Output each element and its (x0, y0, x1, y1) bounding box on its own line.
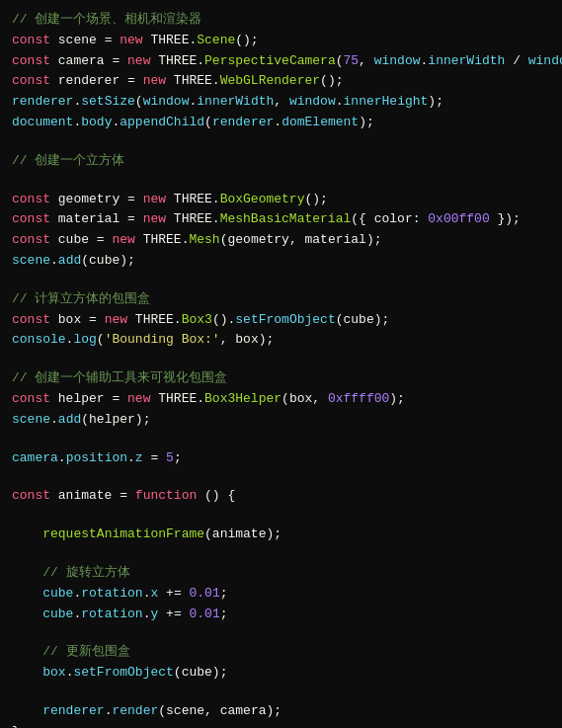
code-line (0, 545, 562, 563)
plain-token: ; (220, 605, 228, 625)
code-line: box . setFromObject (cube); (0, 663, 562, 684)
class-token: Box3 (182, 310, 212, 331)
var-token: document (12, 113, 73, 133)
plain-token: . (50, 410, 58, 431)
hex-token: 0x00ff00 (428, 209, 489, 230)
code-line (0, 351, 562, 368)
class-token: Mesh (189, 230, 219, 251)
class-token: PerspectiveCamera (204, 51, 336, 72)
var-token: renderer (42, 701, 104, 722)
plain-token: ); (359, 113, 374, 133)
code-line (0, 468, 562, 486)
code-line: const cube = new THREE. Mesh (geometry, … (0, 230, 562, 251)
var-token: window (374, 51, 421, 72)
code-line: // 创建一个辅助工具来可视化包围盒 (0, 368, 562, 389)
code-line: const renderer = new THREE. WebGLRendere… (0, 71, 562, 92)
keyword-token: new (105, 310, 127, 331)
plain-token: . (336, 92, 344, 113)
prop-token: innerWidth (428, 51, 505, 72)
plain-token: (scene, camera); (158, 701, 281, 722)
plain-token: . (112, 113, 120, 133)
plain-token: (cube); (81, 251, 135, 272)
var-token: window (289, 92, 336, 113)
keyword-token: new (127, 51, 150, 72)
code-line (0, 172, 562, 190)
plain-token (12, 584, 42, 605)
punc-token: = (120, 486, 135, 507)
prop-token: x (150, 584, 158, 605)
plain-token: ( (204, 113, 212, 133)
plain-token: box (50, 310, 89, 331)
plain-token: . (66, 330, 74, 351)
plain-token: ({ color: (351, 209, 428, 230)
code-line: const scene = new THREE. Scene (); (0, 31, 562, 51)
plain-token: . (143, 605, 151, 625)
prop-token: domElement (281, 113, 359, 133)
plain-token: ( (336, 51, 344, 72)
number-token: 0.01 (190, 605, 220, 625)
code-line: const helper = new THREE. Box3Helper (bo… (0, 389, 562, 410)
plain-token: (); (235, 31, 258, 51)
plain-token: . (127, 448, 135, 469)
plain-token: , (274, 92, 289, 113)
keyword-token: const (12, 209, 50, 230)
plain-token: , (359, 51, 374, 72)
method-token: render (112, 701, 158, 722)
prop-token: y (150, 605, 158, 625)
plain-token: THREE. (143, 31, 198, 51)
plain-token: THREE. (150, 389, 204, 410)
code-line: requestAnimationFrame (animate); (0, 525, 562, 545)
code-line (0, 624, 562, 642)
plain-token: THREE. (127, 310, 182, 331)
hex-token: 0xffff00 (328, 389, 389, 410)
keyword-token: const (12, 389, 50, 410)
plain-token: ( (97, 330, 105, 351)
code-line: const camera = new THREE. PerspectiveCam… (0, 51, 562, 72)
plain-token (12, 605, 42, 625)
class-token: MeshBasicMaterial (220, 209, 352, 230)
var-token: console (12, 330, 66, 351)
plain-token: . (421, 51, 429, 72)
plain-token: animate (50, 486, 120, 507)
var-token: box (42, 663, 65, 684)
plain-token: ; (174, 448, 182, 469)
punc-token: = (112, 51, 127, 72)
var-token: scene (12, 410, 50, 431)
plain-token (12, 701, 42, 722)
code-line: console . log ( 'Bounding Box:' , box); (0, 330, 562, 351)
code-line: const material = new THREE. MeshBasicMat… (0, 209, 562, 230)
keyword-token: const (12, 31, 50, 51)
var-token: window (143, 92, 190, 113)
number-token: 0.01 (190, 584, 220, 605)
code-line: document . body . appendChild ( renderer… (0, 113, 562, 133)
keyword-token: const (12, 190, 50, 210)
plain-token: camera (50, 51, 112, 72)
number-token: 75 (344, 51, 360, 72)
plain-token: cube (50, 230, 97, 251)
code-line (0, 684, 562, 701)
keyword-token: new (120, 31, 142, 51)
var-token: renderer (212, 113, 274, 133)
plain-token (12, 663, 42, 684)
code-line: cube . rotation . x += 0.01 ; (0, 584, 562, 605)
comment-token: // 计算立方体的包围盒 (12, 289, 150, 310)
code-line: scene . add (cube); (0, 251, 562, 272)
plain-token: scene (50, 31, 105, 51)
plain-token: (animate); (204, 525, 281, 545)
plain-token: / (505, 51, 527, 72)
plain-token: THREE. (166, 71, 220, 92)
plain-token: , box); (220, 330, 275, 351)
plain-token: (); (320, 71, 343, 92)
var-token: cube (42, 584, 73, 605)
plain-token: }); (490, 209, 521, 230)
code-line: // 创建一个立方体 (0, 151, 562, 172)
keyword-token: const (12, 486, 50, 507)
method-token: setFromObject (73, 663, 173, 684)
plain-token: . (73, 92, 81, 113)
string-token: 'Bounding Box:' (105, 330, 220, 351)
punc-token: = (97, 230, 113, 251)
class-token: Box3Helper (204, 389, 281, 410)
code-line (0, 507, 562, 525)
plain-token: . (73, 584, 81, 605)
number-token: 5 (166, 448, 174, 469)
